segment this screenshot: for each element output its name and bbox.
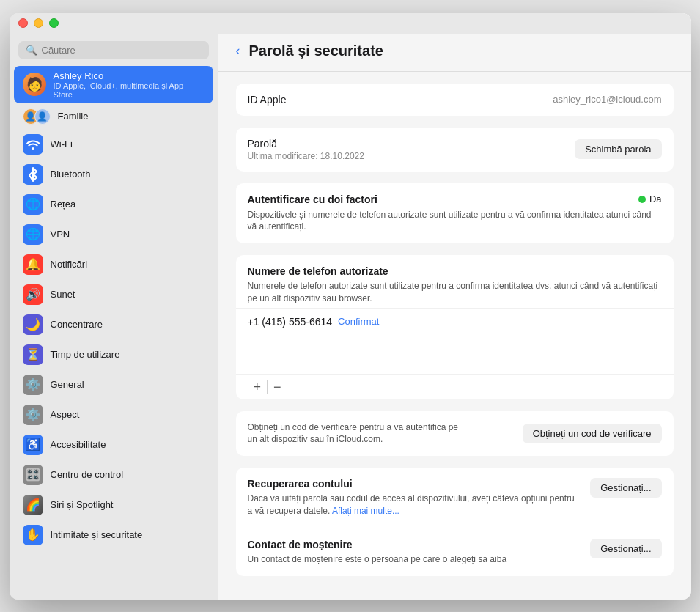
password-card: Parolă Ultima modificare: 18.10.2022 Sch… — [236, 128, 674, 172]
titlebar — [10, 13, 691, 34]
intimitate-label: Intimitate și securitate — [51, 529, 143, 540]
recovery-manage-button[interactable]: Gestionați... — [590, 478, 661, 498]
heritage-manage-button[interactable]: Gestionați... — [590, 539, 661, 558]
phone-numbers-label: Numere de telefon autorizate — [248, 265, 662, 277]
remove-phone-button[interactable]: − — [268, 376, 287, 398]
verification-description: Obțineți un cod de verificare pentru a v… — [248, 421, 468, 446]
change-password-button[interactable]: Schimbă parola — [575, 139, 661, 159]
twofa-card: Autentificare cu doi factori Da Dispozit… — [236, 183, 674, 244]
close-button[interactable] — [18, 18, 28, 28]
recovery-link[interactable]: Aflați mai multe... — [332, 506, 399, 516]
heritage-description: Un contact de moștenire este o persoană … — [248, 553, 582, 566]
sidebar-item-user[interactable]: 🧑 Ashley Rico ID Apple, iCloud+, multime… — [14, 66, 213, 103]
retea-icon: 🌐 — [23, 194, 43, 215]
timp-icon: ⏳ — [23, 344, 43, 365]
concentrare-icon: 🌙 — [23, 314, 43, 335]
heritage-label: Contact de moștenire — [248, 539, 582, 550]
sidebar-item-notificari[interactable]: 🔔 Notificări — [14, 250, 213, 279]
password-sublabel: Ultima modificare: 18.10.2022 — [248, 151, 365, 161]
phone-number: +1 (415) 555-6614 — [248, 316, 333, 328]
sunet-icon: 🔊 — [23, 284, 43, 305]
vpn-label: VPN — [51, 229, 70, 240]
phone-confirmed: Confirmat — [338, 316, 379, 327]
sidebar-item-vpn[interactable]: 🌐 VPN — [14, 220, 213, 249]
twofa-status-text: Da — [649, 193, 662, 204]
avatar: 🧑 — [23, 73, 46, 96]
centru-label: Centru de control — [51, 469, 124, 480]
twofa-description: Dispozitivele și numerele de telefon aut… — [248, 209, 662, 234]
password-label: Parolă — [248, 138, 365, 150]
search-icon: 🔍 — [26, 45, 37, 56]
password-row: Parolă Ultima modificare: 18.10.2022 Sch… — [236, 128, 674, 172]
notificari-icon: 🔔 — [23, 254, 43, 275]
main-header: ‹ Parolă și securitate — [218, 34, 691, 72]
phone-actions: + − — [236, 374, 674, 399]
vpn-icon: 🌐 — [23, 224, 43, 245]
timp-label: Timp de utilizare — [51, 349, 120, 360]
sidebar-item-timp[interactable]: ⏳ Timp de utilizare — [14, 340, 213, 369]
sidebar-items: 🧑 Ashley Rico ID Apple, iCloud+, multime… — [10, 65, 218, 600]
twofa-status: Da — [638, 193, 662, 204]
recovery-row: Recuperarea contului Dacă vă uitați paro… — [236, 468, 674, 528]
maximize-button[interactable] — [49, 18, 59, 28]
main-content: ID Apple ashley_rico1@icloud.com Parolă … — [218, 72, 691, 594]
intimitate-icon: ✋ — [23, 525, 43, 545]
user-name: Ashley Rico — [54, 70, 205, 81]
family-avatar-2: 👤 — [34, 108, 51, 125]
twofa-row: Autentificare cu doi factori Da Dispozit… — [236, 183, 674, 244]
accesibilitate-label: Accesibilitate — [51, 439, 106, 450]
bluetooth-icon — [23, 164, 43, 185]
sidebar-item-centru[interactable]: 🎛️ Centru de control — [14, 460, 213, 490]
apple-id-row: ID Apple ashley_rico1@icloud.com — [236, 84, 674, 116]
recovery-description: Dacă vă uitați parola sau codul de acces… — [248, 493, 582, 517]
sidebar-item-general[interactable]: ⚙️ General — [14, 370, 213, 399]
main-panel: ‹ Parolă și securitate ID Apple ashley_r… — [218, 13, 691, 600]
status-dot — [638, 196, 646, 203]
sidebar-item-bluetooth[interactable]: Bluetooth — [14, 160, 213, 189]
sidebar-item-aspect[interactable]: ⚙️ Aspect — [14, 400, 213, 429]
familie-label: Familie — [58, 111, 89, 122]
phone-number-area: +1 (415) 555-6614 Confirmat — [236, 308, 674, 374]
bluetooth-label: Bluetooth — [51, 169, 91, 180]
phone-header: Numere de telefon autorizate Numerele de… — [236, 255, 674, 308]
sidebar-item-wifi[interactable]: Wi-Fi — [14, 130, 213, 159]
add-phone-button[interactable]: + — [248, 376, 268, 398]
sidebar-item-sunet[interactable]: 🔊 Sunet — [14, 280, 213, 309]
wifi-icon — [23, 134, 43, 155]
verification-card: Obțineți un cod de verificare pentru a v… — [236, 411, 674, 457]
apple-id-value: ashley_rico1@icloud.com — [553, 94, 661, 105]
sidebar: 🔍 🧑 Ashley Rico ID Apple, iCloud+, multi… — [10, 13, 218, 600]
sidebar-item-intimitate[interactable]: ✋ Intimitate și securitate — [14, 520, 213, 550]
wifi-label: Wi-Fi — [51, 139, 73, 150]
recovery-label: Recuperarea contului — [248, 478, 582, 490]
sunet-label: Sunet — [51, 289, 75, 300]
main-window: 🔍 🧑 Ashley Rico ID Apple, iCloud+, multi… — [10, 13, 691, 600]
aspect-label: Aspect — [51, 409, 80, 420]
phone-number-row: +1 (415) 555-6614 Confirmat — [248, 316, 662, 328]
search-input[interactable] — [42, 45, 202, 56]
phone-numbers-description: Numerele de telefon autorizate sunt util… — [248, 280, 662, 305]
concentrare-label: Concentrare — [51, 319, 103, 330]
get-verification-code-button[interactable]: Obțineți un cod de verificare — [523, 424, 662, 443]
siri-label: Siri și Spotlight — [51, 499, 114, 510]
sidebar-item-retea[interactable]: 🌐 Rețea — [14, 190, 213, 219]
phone-section: Numere de telefon autorizate Numerele de… — [236, 255, 674, 399]
recovery-heritage-card: Recuperarea contului Dacă vă uitați paro… — [236, 468, 674, 575]
apple-id-label: ID Apple — [248, 94, 365, 106]
apple-id-card: ID Apple ashley_rico1@icloud.com — [236, 84, 674, 116]
sidebar-item-concentrare[interactable]: 🌙 Concentrare — [14, 310, 213, 339]
page-title: Parolă și securitate — [249, 43, 383, 59]
aspect-icon: ⚙️ — [23, 405, 43, 425]
sidebar-item-siri[interactable]: 🌈 Siri și Spotlight — [14, 490, 213, 520]
retea-label: Rețea — [51, 199, 76, 210]
general-label: General — [51, 379, 84, 390]
general-icon: ⚙️ — [23, 375, 43, 395]
sidebar-item-familie[interactable]: 👤 👤 Familie — [14, 104, 213, 129]
search-bar[interactable]: 🔍 — [18, 41, 209, 59]
sidebar-item-accesibilitate[interactable]: ♿ Accesibilitate — [14, 430, 213, 460]
siri-icon: 🌈 — [23, 495, 43, 515]
back-button[interactable]: ‹ — [233, 43, 243, 59]
centru-icon: 🎛️ — [23, 465, 43, 485]
verification-row: Obțineți un cod de verificare pentru a v… — [236, 411, 674, 457]
minimize-button[interactable] — [34, 18, 43, 28]
